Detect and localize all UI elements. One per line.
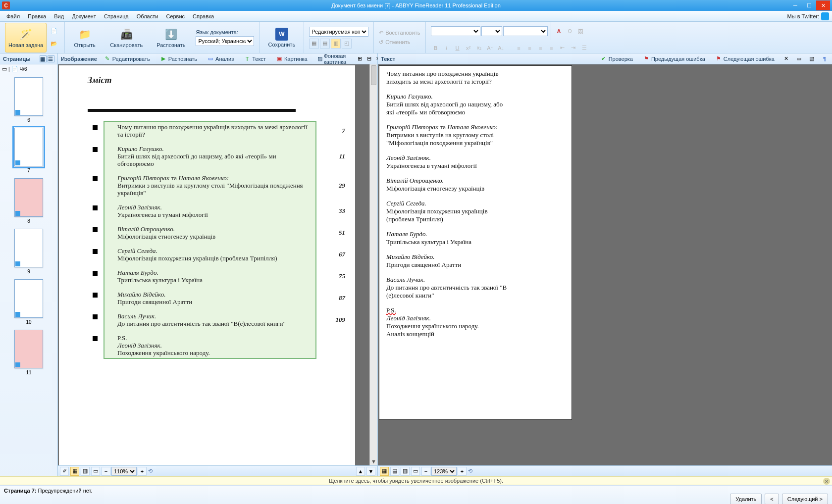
pages-list-icon[interactable]: ☰ <box>48 55 54 62</box>
indent-inc-icon[interactable]: ⇥ <box>569 43 578 53</box>
menu-service[interactable]: Сервис <box>162 12 188 20</box>
txt-view1-icon[interactable]: ▦ <box>380 467 389 476</box>
img-prev-icon[interactable]: ▲ <box>356 467 365 476</box>
prev-error-button[interactable]: ⚑Предыдущая ошибка <box>640 54 708 63</box>
recognize-button[interactable]: ⬇️ Распознать <box>153 23 189 52</box>
text-document[interactable]: Чому питання про походження українціввих… <box>379 65 572 420</box>
menu-page[interactable]: Страница <box>101 12 132 20</box>
img-eraser-icon[interactable]: ✐ <box>60 467 69 476</box>
highlight-icon[interactable]: Ω <box>565 26 575 36</box>
font-family-select[interactable] <box>431 26 480 36</box>
page-thumb-8[interactable]: 8 <box>13 178 44 224</box>
next-error-button[interactable]: ⚑Следующая ошибка <box>712 54 778 63</box>
bold-icon[interactable]: B <box>431 43 441 53</box>
img-grid-icon[interactable]: ▦ <box>70 467 79 476</box>
toc-area[interactable]: Чому питання про походження українців ви… <box>104 121 316 359</box>
text-area-button[interactable]: TТекст <box>241 54 269 63</box>
insert-icon[interactable]: 🖼 <box>576 26 586 36</box>
zoom-reset-icon[interactable]: ⟲ <box>148 468 153 474</box>
open-button[interactable]: 📁 Открыть <box>70 23 100 52</box>
img-page-icon[interactable]: ▭ <box>91 467 100 476</box>
check-button[interactable]: ✔Проверка <box>597 54 636 63</box>
sub-icon[interactable]: x₂ <box>474 43 484 53</box>
txt-tool2-icon[interactable]: ▭ <box>794 54 803 63</box>
txt-tool1-icon[interactable]: ✕ <box>781 54 790 63</box>
magnifier-hint[interactable]: Щелкните здесь, чтобы увидеть увеличенно… <box>0 476 832 485</box>
menu-edit[interactable]: Правка <box>24 12 50 20</box>
menu-help[interactable]: Справка <box>189 12 217 20</box>
menu-view[interactable]: Вид <box>51 12 67 20</box>
zoom-in-icon[interactable]: + <box>138 467 147 476</box>
picture-area-button[interactable]: ▣Картинка <box>273 54 311 63</box>
txt-zoom-in-icon[interactable]: + <box>458 467 467 476</box>
list-icon[interactable]: ☰ <box>579 43 589 53</box>
underline-icon[interactable]: U <box>453 43 463 53</box>
minimize-button[interactable]: ─ <box>788 0 802 10</box>
img-split-icon[interactable]: ▥ <box>81 467 90 476</box>
style-select[interactable] <box>503 26 548 36</box>
align-center-icon[interactable]: ≡ <box>525 43 535 53</box>
page-thumb-9[interactable]: 9 <box>13 229 44 274</box>
text-zoom-select[interactable]: 123% <box>431 467 457 476</box>
text-paragraph[interactable]: Кирило Галушко.Битий шлях від археології… <box>386 93 565 116</box>
menu-areas[interactable]: Области <box>133 12 162 20</box>
fontcolor-icon[interactable]: A <box>554 26 564 36</box>
img-next-icon[interactable]: ▼ <box>366 467 375 476</box>
page-thumb-10[interactable]: 10 <box>13 279 44 325</box>
text-paragraph[interactable]: Сергій Сегеда.Міфологізація походження у… <box>386 200 565 223</box>
font-size-select[interactable] <box>481 26 502 36</box>
text-paragraph[interactable]: Чому питання про походження українціввих… <box>386 70 565 86</box>
restore-label[interactable]: Восстановить <box>385 30 420 36</box>
dec-font-icon[interactable]: A↓ <box>496 43 506 53</box>
recognize-area-button[interactable]: ▶Распознать <box>157 54 200 63</box>
menu-document[interactable]: Документ <box>68 12 100 20</box>
opt2-icon[interactable]: ▤ <box>320 39 330 49</box>
scroll-down-icon[interactable]: ▼ <box>370 457 377 465</box>
align-right-icon[interactable]: ≡ <box>536 43 546 53</box>
pages-thumb-icon[interactable]: ▭ <box>2 66 7 72</box>
new-task-button[interactable]: 🪄 Новая задача <box>5 23 47 52</box>
delete-button[interactable]: Удалить <box>730 494 762 504</box>
scroll-thumb[interactable] <box>371 65 376 85</box>
close-button[interactable]: ✕ <box>816 0 830 10</box>
opt3-icon[interactable]: ▥ <box>331 39 341 49</box>
edit-button[interactable]: ✎Редактировать <box>101 54 153 63</box>
image-vscrollbar[interactable]: ▲ ▼ <box>369 64 377 465</box>
text-view[interactable]: Чому питання про походження українціввих… <box>378 64 832 465</box>
text-paragraph[interactable]: Василь Лучик.До питання про автентичніст… <box>386 276 565 300</box>
indent-dec-icon[interactable]: ⇤ <box>558 43 568 53</box>
text-paragraph[interactable]: Наталя Бурдо.Трипільська культура і Укра… <box>386 230 565 246</box>
hint-close-icon[interactable]: ✕ <box>823 478 830 485</box>
txt-tool4-icon[interactable]: ¶ <box>820 54 829 63</box>
text-paragraph[interactable]: Михайло Відейко.Пригоди священної Аратти <box>386 253 565 269</box>
page-thumb-7[interactable]: 7 <box>13 128 44 173</box>
opt1-icon[interactable]: ▦ <box>309 39 319 49</box>
txt-view4-icon[interactable]: ▭ <box>411 467 420 476</box>
maximize-button[interactable]: ☐ <box>802 0 816 10</box>
txt-zoom-out-icon[interactable]: − <box>421 467 430 476</box>
text-paragraph[interactable]: Григорій Півторак та Наталя Яковенко:Вит… <box>386 123 565 147</box>
thumbnails-list[interactable]: 67891011 <box>0 74 57 476</box>
mini-open-icon[interactable]: 📂 <box>49 39 59 50</box>
txt-view3-icon[interactable]: ▥ <box>401 467 410 476</box>
save-button[interactable]: W Сохранить <box>264 23 299 52</box>
align-left-icon[interactable]: ≡ <box>514 43 524 53</box>
text-paragraph[interactable]: P.S.Леонід Залізняк.Походження українськ… <box>386 306 565 338</box>
txt-view2-icon[interactable]: ▤ <box>390 467 399 476</box>
zoom-out-icon[interactable]: − <box>102 467 110 476</box>
align-justify-icon[interactable]: ≡ <box>547 43 557 53</box>
opt4-icon[interactable]: ◰ <box>342 39 352 49</box>
analyze-button[interactable]: ▭Анализ <box>204 54 237 63</box>
next-page-button[interactable]: Следующий > <box>782 494 828 504</box>
txt-tool3-icon[interactable]: ▧ <box>807 54 816 63</box>
text-paragraph[interactable]: Віталій Отрощенко.Міфологізація етногене… <box>386 177 565 193</box>
mini-new-icon[interactable]: 📄 <box>49 26 59 37</box>
italic-icon[interactable]: I <box>442 43 452 53</box>
layout-mode-select[interactable]: Редактируемая копи <box>309 27 368 37</box>
inc-font-icon[interactable]: A↑ <box>485 43 495 53</box>
page-thumb-11[interactable]: 11 <box>13 330 44 375</box>
image-zoom-select[interactable]: 110% <box>111 467 137 476</box>
prev-page-button[interactable]: < <box>765 494 779 504</box>
text-paragraph[interactable]: Леонід Залізняк.Україногенеза в тумані м… <box>386 154 565 170</box>
pages-view-icon[interactable]: ▦ <box>40 55 47 62</box>
